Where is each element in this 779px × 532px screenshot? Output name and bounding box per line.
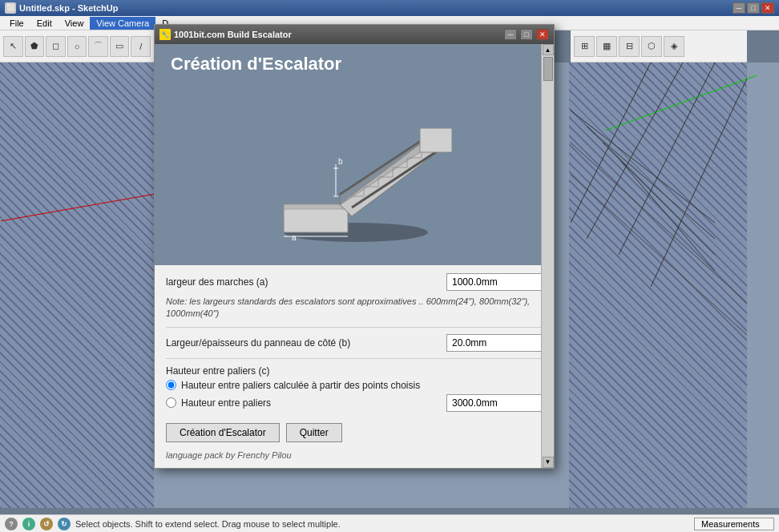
radio-2-label: Hauteur entre paliers [181, 397, 437, 409]
svg-text:b: b [338, 157, 343, 166]
statusbar-text: Select objects. Shift to extend select. … [75, 519, 689, 529]
app-icon: ⬜ [5, 2, 16, 14]
app-close-button[interactable]: ✕ [761, 2, 774, 14]
dialog-titlebar: 🔧 1001bit.com Build Escalator ─ □ ✕ [155, 25, 554, 44]
radio-row-2: Hauteur entre paliers [166, 394, 543, 412]
scrollbar-up[interactable]: ▲ [543, 44, 554, 55]
erase-tool[interactable]: ◻ [46, 36, 66, 57]
camera-tool-5[interactable]: ◈ [664, 36, 684, 57]
radio-manual[interactable] [166, 397, 176, 408]
paint-tool[interactable]: ⬟ [25, 36, 45, 57]
hauteur-section: Hauteur entre paliers (c) Hauteur entre … [166, 365, 543, 412]
svg-line-3 [619, 159, 715, 271]
svg-line-9 [651, 79, 747, 287]
panneau-label: Largeur/épaisseurs du panneau de côté (b… [166, 337, 446, 349]
form-row-panneau: Largeur/épaisseurs du panneau de côté (b… [166, 334, 543, 352]
svg-line-7 [587, 62, 683, 239]
measurements-box: Measurements [694, 518, 774, 530]
divider-1 [166, 327, 543, 328]
camera-tool-4[interactable]: ⬡ [641, 36, 662, 57]
app-titlebar-buttons: ─ □ ✕ [733, 2, 774, 14]
maximize-button[interactable]: □ [747, 2, 760, 14]
statusbar: ? i ↺ ↻ Select objects. Shift to extend … [0, 514, 779, 532]
largeur-label: largeur des marches (a) [166, 276, 446, 288]
rect-tool[interactable]: ▭ [110, 36, 130, 57]
dialog-maximize-button[interactable]: □ [520, 29, 533, 40]
panneau-input[interactable] [446, 334, 543, 352]
arc-tool[interactable]: ⌒ [88, 36, 108, 57]
statusbar-icon-info[interactable]: i [22, 518, 35, 530]
statusbar-icon-redo[interactable]: ↻ [58, 518, 71, 530]
menu-edit[interactable]: Edit [30, 18, 59, 29]
select-tool[interactable]: ↖ [3, 36, 23, 57]
menu-view[interactable]: View [59, 18, 91, 29]
form-row-largeur: largeur des marches (a) [166, 273, 543, 291]
radio-row-1: Hauteur entre paliers calculée à partir … [166, 380, 543, 391]
svg-rect-12 [284, 204, 348, 209]
footer-text: language pack by Frenchy Pilou [166, 450, 543, 460]
radio-group-hauteur: Hauteur entre paliers calculée à partir … [166, 380, 543, 412]
left-toolbar: ↖ ⬟ ◻ ○ ⌒ ▭ / [0, 30, 154, 62]
right-geometry [571, 62, 747, 508]
menu-camera[interactable]: View Camera [90, 17, 155, 30]
measurements-label: Measurements [701, 519, 760, 529]
app-title: Untitled.skp - SketchUp [19, 3, 729, 13]
dialog-minimize-button[interactable]: ─ [504, 29, 517, 40]
minimize-button[interactable]: ─ [733, 2, 745, 14]
svg-marker-26 [340, 134, 432, 205]
dialog-close-button[interactable]: ✕ [536, 29, 549, 40]
camera-tool-3[interactable]: ⊟ [619, 36, 640, 57]
statusbar-icon-question[interactable]: ? [5, 518, 18, 530]
escalator-svg: a b [244, 84, 452, 244]
circle-tool[interactable]: ○ [67, 36, 87, 57]
svg-text:a: a [292, 233, 297, 242]
radio-1-label: Hauteur entre paliers calculée à partir … [181, 380, 543, 391]
scrollbar-down[interactable]: ▼ [543, 457, 554, 468]
dialog-icon: 🔧 [159, 29, 171, 40]
app-titlebar: ⬜ Untitled.skp - SketchUp ─ □ ✕ [0, 0, 779, 16]
top-right-toolbar: ⊞ ▦ ⊟ ⬡ ◈ [571, 30, 747, 62]
scrollbar-thumb[interactable] [543, 57, 553, 81]
left-hatch [0, 62, 154, 508]
camera-tool-2[interactable]: ▦ [596, 36, 617, 57]
camera-tool-1[interactable]: ⊞ [574, 36, 595, 57]
menu-file[interactable]: File [3, 18, 30, 29]
dialog-escalator: 🔧 1001bit.com Build Escalator ─ □ ✕ Créa… [154, 24, 555, 469]
dialog-header-section: Création d'Escalator [155, 44, 541, 265]
dialog-title: 1001bit.com Build Escalator [174, 30, 501, 39]
quit-button[interactable]: Quitter [286, 423, 342, 442]
statusbar-icon-undo[interactable]: ↺ [40, 518, 53, 530]
svg-rect-27 [420, 128, 452, 152]
radio-calculated[interactable] [166, 380, 176, 390]
svg-line-4 [571, 143, 747, 303]
create-escalator-button[interactable]: Création d'Escalator [166, 423, 280, 442]
largeur-input[interactable] [446, 273, 543, 291]
divider-2 [166, 358, 543, 359]
dialog-scrollbar[interactable]: ▲ ▼ [541, 44, 554, 468]
form-section: largeur des marches (a) Note: les largeu… [155, 265, 554, 468]
svg-line-1 [587, 127, 715, 239]
hauteur-label: Hauteur entre paliers (c) [166, 365, 269, 377]
hauteur-input[interactable] [446, 394, 543, 412]
escalator-illustration: a b [171, 84, 525, 244]
line-tool[interactable]: / [131, 36, 151, 57]
button-row: Création d'Escalator Quitter [166, 423, 543, 442]
largeur-note: Note: les largeurs standards des escalat… [166, 296, 543, 320]
dialog-heading: Création d'Escalator [171, 54, 525, 75]
